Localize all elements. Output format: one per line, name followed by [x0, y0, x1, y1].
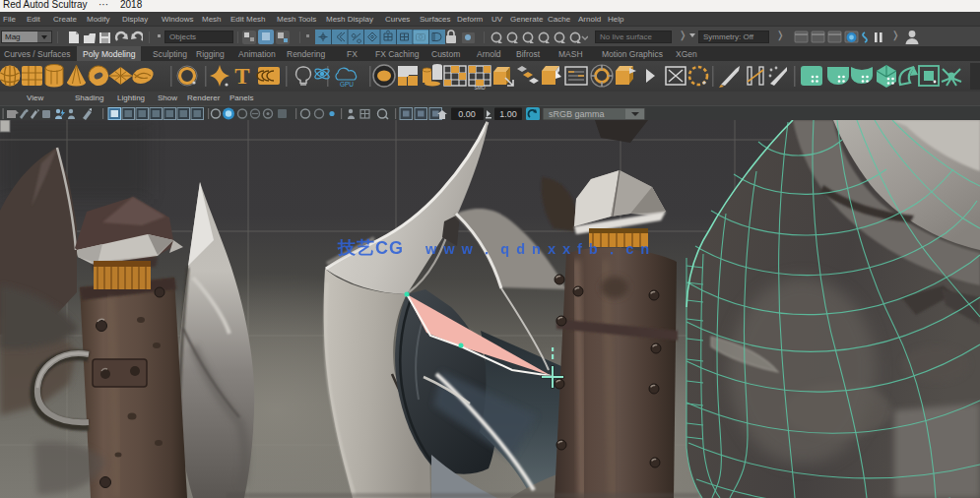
svg-text:T: T [234, 64, 249, 89]
svg-text:SMD: SMD [474, 85, 486, 91]
svg-text:0.00: 0.00 [458, 109, 476, 119]
svg-text:GPU: GPU [340, 81, 354, 88]
svg-text:sRGB gamma: sRGB gamma [549, 109, 605, 119]
svg-text:1.00: 1.00 [499, 109, 517, 119]
